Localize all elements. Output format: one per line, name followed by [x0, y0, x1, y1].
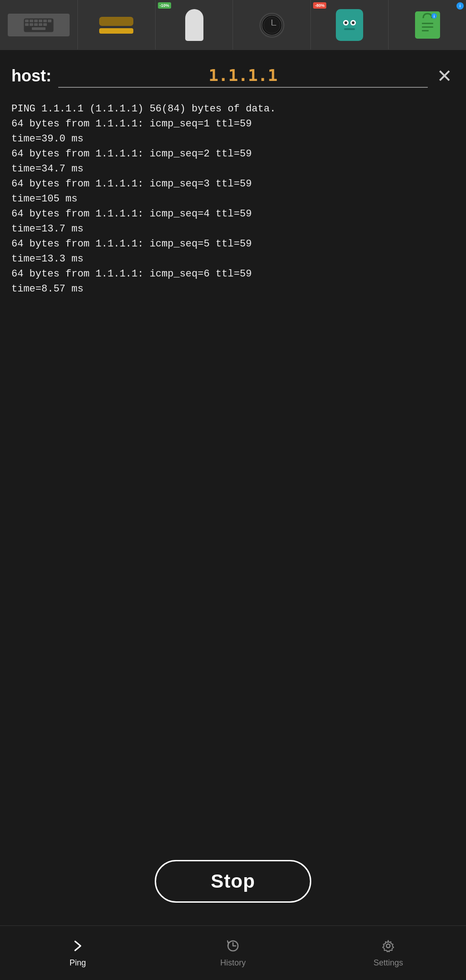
svg-rect-9: [34, 23, 38, 26]
svg-point-21: [352, 21, 355, 24]
ad-item-robot[interactable]: -80%: [311, 0, 389, 50]
svg-rect-4: [39, 20, 42, 22]
svg-rect-12: [32, 27, 46, 30]
svg-rect-23: [338, 20, 342, 27]
stop-button[interactable]: Stop: [155, 860, 311, 903]
history-icon: [226, 939, 240, 955]
chevron-right-icon: [71, 939, 85, 955]
shopping-bag-image: i: [415, 11, 440, 39]
ad-item-keyboard[interactable]: [0, 0, 78, 50]
svg-text:i: i: [433, 14, 435, 19]
svg-rect-10: [39, 23, 42, 26]
svg-rect-6: [48, 20, 51, 22]
svg-rect-22: [344, 28, 355, 30]
svg-rect-31: [422, 30, 429, 31]
nav-item-ping[interactable]: Ping: [0, 934, 155, 972]
svg-rect-1: [25, 20, 29, 22]
bottom-nav: Ping History Settings: [0, 925, 466, 980]
info-badge: i: [456, 2, 464, 10]
nav-label-ping: Ping: [70, 958, 86, 968]
discount-badge-humidifier: -10%: [158, 2, 171, 9]
svg-rect-25: [345, 32, 349, 37]
close-button[interactable]: ✕: [435, 65, 455, 87]
ad-banner: -10% -80%: [0, 0, 466, 50]
ad-item-wrist-rest[interactable]: [78, 0, 156, 50]
svg-point-35: [386, 944, 390, 948]
humidifier-image: [185, 9, 203, 41]
ad-item-watch[interactable]: [233, 0, 311, 50]
svg-rect-27: [347, 11, 352, 17]
nav-label-settings: Settings: [374, 958, 403, 968]
svg-rect-29: [422, 23, 433, 24]
main-content: host: ✕ PING 1.1.1.1 (1.1.1.1) 56(84) by…: [0, 50, 466, 980]
svg-rect-24: [357, 20, 361, 27]
nav-item-settings[interactable]: Settings: [311, 934, 466, 972]
svg-point-20: [344, 21, 347, 24]
host-input[interactable]: [58, 64, 428, 88]
svg-rect-8: [30, 23, 33, 26]
svg-rect-2: [30, 20, 33, 22]
host-label: host:: [11, 66, 51, 85]
ad-item-shopping-bag[interactable]: i i: [389, 0, 466, 50]
nav-label-history: History: [220, 958, 246, 968]
terminal-output: PING 1.1.1.1 (1.1.1.1) 56(84) bytes of d…: [11, 101, 455, 842]
gear-icon: [381, 939, 395, 955]
host-row: host: ✕: [11, 64, 455, 88]
svg-rect-3: [34, 20, 38, 22]
discount-badge-robot: -80%: [313, 2, 326, 9]
watch-image: [259, 13, 284, 38]
stop-area: Stop: [11, 851, 455, 916]
svg-rect-30: [422, 26, 433, 28]
ad-item-humidifier[interactable]: -10%: [156, 0, 233, 50]
nav-item-history[interactable]: History: [155, 934, 310, 972]
robot-image: [336, 9, 363, 41]
svg-rect-11: [43, 23, 47, 26]
svg-rect-26: [350, 32, 354, 37]
keyboard-image: [8, 14, 70, 36]
svg-rect-5: [43, 20, 47, 22]
svg-rect-7: [25, 23, 29, 26]
